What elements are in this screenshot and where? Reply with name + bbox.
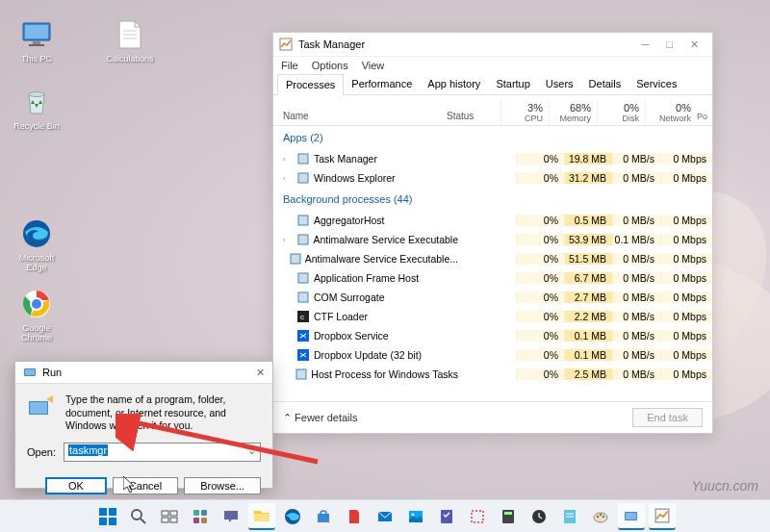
clock-button[interactable] bbox=[526, 503, 552, 530]
process-row[interactable]: Application Frame Host0%6.7 MB0 MB/s0 Mb… bbox=[273, 268, 712, 288]
window-title: Task Manager bbox=[298, 38, 642, 50]
task-view-button[interactable] bbox=[156, 503, 183, 530]
svg-point-58 bbox=[600, 513, 602, 515]
close-button[interactable]: ✕ bbox=[690, 38, 699, 51]
menu-bar: File Options View bbox=[273, 57, 712, 74]
chat-button[interactable] bbox=[218, 503, 244, 530]
browse-button[interactable]: Browse... bbox=[184, 477, 261, 494]
desktop-icon-label: This PC bbox=[21, 54, 52, 63]
process-row[interactable]: Antimalware Service Executable...0%51.5 … bbox=[273, 249, 712, 268]
minimize-button[interactable]: ─ bbox=[642, 38, 650, 51]
run-taskbar-button[interactable] bbox=[618, 503, 645, 530]
tab-details[interactable]: Details bbox=[581, 74, 629, 94]
svg-rect-38 bbox=[170, 518, 177, 522]
desktop-icon-calculations[interactable]: Calculations bbox=[101, 17, 159, 63]
menu-file[interactable]: File bbox=[281, 60, 298, 71]
svg-rect-14 bbox=[298, 215, 308, 225]
monitor-icon bbox=[19, 17, 54, 52]
column-headers[interactable]: Name Status 3%CPU 68%Memory 0%Disk 0%Net… bbox=[273, 95, 712, 126]
widgets-button[interactable] bbox=[187, 503, 214, 530]
svg-rect-49 bbox=[472, 511, 483, 522]
menu-options[interactable]: Options bbox=[312, 60, 348, 71]
svg-rect-3 bbox=[29, 44, 44, 46]
snip-button[interactable] bbox=[464, 503, 491, 530]
process-row[interactable]: ›Antimalware Service Executable0%53.9 MB… bbox=[273, 230, 712, 249]
svg-rect-29 bbox=[99, 508, 107, 516]
process-row[interactable]: ›Task Manager0%19.8 MB0 MB/s0 Mbps bbox=[273, 149, 712, 168]
maximize-button[interactable]: □ bbox=[666, 38, 673, 51]
task-manager-icon bbox=[279, 38, 293, 51]
process-row[interactable]: ›Windows Explorer0%31.2 MB0 MB/s0 Mbps bbox=[273, 168, 712, 188]
col-memory[interactable]: 68%Memory bbox=[549, 100, 597, 125]
col-cpu[interactable]: 3%CPU bbox=[500, 100, 549, 125]
svg-line-34 bbox=[141, 519, 145, 523]
section-bg[interactable]: Background processes (44) bbox=[273, 188, 712, 211]
tab-app-history[interactable]: App history bbox=[420, 74, 488, 94]
desktop-icon-chrome[interactable]: Google Chrome bbox=[8, 287, 65, 342]
section-apps[interactable]: Apps (2) bbox=[273, 126, 712, 149]
tab-processes[interactable]: Processes bbox=[277, 74, 344, 95]
process-row[interactable]: Host Process for Windows Tasks0%2.5 MB0 … bbox=[273, 365, 712, 384]
menu-view[interactable]: View bbox=[362, 60, 385, 71]
tab-performance[interactable]: Performance bbox=[344, 74, 420, 94]
col-disk[interactable]: 0%Disk bbox=[597, 100, 645, 125]
run-dialog: Run ✕ Type the name of a program, folder… bbox=[14, 361, 273, 489]
svg-rect-31 bbox=[99, 518, 107, 525]
svg-point-33 bbox=[132, 510, 141, 519]
col-network[interactable]: 0%Network bbox=[645, 100, 697, 125]
process-row[interactable]: AggregatorHost0%0.5 MB0 MB/s0 Mbps bbox=[273, 211, 712, 230]
process-row[interactable]: Dropbox Service0%0.1 MB0 MB/s0 Mbps bbox=[273, 326, 712, 345]
svg-rect-27 bbox=[30, 402, 47, 414]
svg-rect-40 bbox=[201, 510, 207, 516]
taskbar[interactable] bbox=[0, 499, 770, 532]
svg-rect-35 bbox=[162, 511, 168, 516]
ok-button[interactable]: OK bbox=[45, 477, 107, 494]
svg-rect-41 bbox=[193, 518, 199, 523]
process-row[interactable]: COM Surrogate0%2.7 MB0 MB/s0 Mbps bbox=[273, 288, 712, 307]
open-input[interactable]: taskmgr⌄ bbox=[64, 443, 261, 462]
run-app-icon bbox=[27, 393, 56, 433]
process-list[interactable]: Apps (2) ›Task Manager0%19.8 MB0 MB/s0 M… bbox=[273, 126, 712, 401]
col-name[interactable]: Name bbox=[273, 107, 443, 125]
edge-taskbar-button[interactable] bbox=[279, 503, 306, 530]
desktop-icon-this-pc[interactable]: This PC bbox=[8, 17, 65, 63]
tab-users[interactable]: Users bbox=[538, 74, 581, 94]
desktop-icon-label: Google Chrome bbox=[21, 323, 52, 342]
todo-button[interactable] bbox=[433, 503, 460, 530]
desktop-icon-edge[interactable]: Microsoft Edge bbox=[8, 216, 65, 272]
mail-button[interactable] bbox=[372, 503, 398, 530]
col-status[interactable]: Status bbox=[443, 107, 500, 125]
svg-rect-2 bbox=[33, 41, 40, 44]
store-button[interactable] bbox=[310, 503, 337, 530]
process-row[interactable]: Dropbox Update (32 bit)0%0.1 MB0 MB/s0 M… bbox=[273, 345, 712, 365]
file-explorer-button[interactable] bbox=[248, 503, 275, 530]
tab-services[interactable]: Services bbox=[629, 74, 684, 94]
svg-rect-39 bbox=[193, 510, 199, 516]
svg-rect-30 bbox=[109, 508, 116, 516]
run-title-bar[interactable]: Run ✕ bbox=[15, 362, 272, 384]
desktop-icon-label: Microsoft Edge bbox=[19, 253, 55, 272]
photos-button[interactable] bbox=[402, 503, 429, 530]
title-bar[interactable]: Task Manager ─ □ ✕ bbox=[273, 33, 712, 57]
tab-startup[interactable]: Startup bbox=[488, 74, 537, 94]
fewer-details-button[interactable]: ⌃ Fewer details bbox=[283, 412, 357, 424]
run-close-button[interactable]: ✕ bbox=[256, 367, 265, 379]
end-task-button[interactable]: End task bbox=[632, 408, 703, 427]
task-manager-taskbar-button[interactable] bbox=[649, 503, 676, 530]
desktop-icon-recycle-bin[interactable]: Recycle Bin bbox=[8, 85, 65, 131]
calculator-button[interactable] bbox=[495, 503, 522, 530]
office-button[interactable] bbox=[341, 503, 368, 530]
svg-rect-23 bbox=[296, 369, 306, 379]
col-power[interactable]: Po bbox=[697, 108, 712, 125]
svg-point-10 bbox=[31, 298, 42, 310]
svg-rect-37 bbox=[162, 518, 168, 522]
notepad-button[interactable] bbox=[556, 503, 583, 530]
search-button[interactable] bbox=[125, 503, 152, 530]
svg-rect-51 bbox=[504, 512, 512, 515]
start-button[interactable] bbox=[94, 503, 121, 530]
paint-button[interactable] bbox=[587, 503, 614, 530]
process-row[interactable]: cCTF Loader0%2.2 MB0 MB/s0 Mbps bbox=[273, 307, 712, 326]
edge-icon bbox=[19, 216, 54, 251]
svg-rect-15 bbox=[298, 235, 308, 244]
svg-rect-13 bbox=[298, 173, 308, 183]
